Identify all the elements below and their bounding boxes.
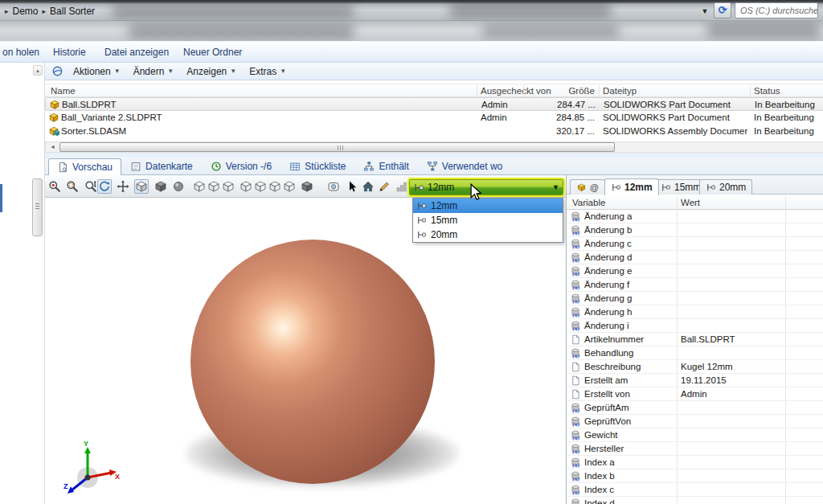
tab-stueckliste[interactable]: Stückliste bbox=[280, 158, 354, 174]
tab-config-20mm[interactable]: 20mm bbox=[699, 179, 752, 195]
configuration-dropdown[interactable]: 12mm ▼ bbox=[409, 179, 563, 195]
view-right-icon[interactable] bbox=[239, 179, 253, 194]
variable-row[interactable]: Beschreibung Kugel 12mm bbox=[567, 360, 823, 374]
pdm-explorer-window: ▸ Demo ▸ Ball Sorter ▼ ⟳ OS (C:) durchsu… bbox=[0, 0, 823, 504]
command-neuer-ordner[interactable]: Neuer Ordner bbox=[183, 47, 242, 58]
view-left-icon[interactable] bbox=[221, 179, 235, 194]
variable-row[interactable]: Index b bbox=[567, 469, 823, 483]
zoom-area-icon[interactable] bbox=[65, 179, 80, 194]
column-header-name[interactable]: Name bbox=[51, 86, 76, 96]
variable-row[interactable]: Hersteller bbox=[567, 442, 823, 456]
column-divider[interactable] bbox=[599, 85, 600, 96]
dimension-config-icon bbox=[611, 182, 621, 192]
variable-row[interactable]: GeprüftVon bbox=[567, 415, 823, 428]
variable-row[interactable]: Index c bbox=[567, 483, 823, 497]
variable-row[interactable]: Index a bbox=[567, 456, 823, 469]
menu-extras[interactable]: Extras▼ bbox=[246, 66, 293, 77]
view-back-icon[interactable] bbox=[207, 179, 221, 194]
tab-vorschau[interactable]: Vorschau bbox=[48, 158, 121, 175]
scroll-left-arrow-icon[interactable]: ◄ bbox=[47, 143, 59, 151]
command-datei-anzeigen[interactable]: Datei anzeigen bbox=[104, 47, 169, 58]
breadcrumb[interactable]: ▸ Demo ▸ Ball Sorter bbox=[5, 5, 95, 18]
home-view-icon[interactable] bbox=[361, 179, 375, 194]
ball-3d-model[interactable] bbox=[190, 240, 435, 484]
tab-version[interactable]: Version -/6 bbox=[202, 158, 280, 174]
file-list-hscrollbar[interactable]: ◄ bbox=[45, 141, 823, 153]
pdm-menu-bar: Aktionen▼ Ändern▼ Anzeigen▼ Extras▼ bbox=[45, 63, 823, 80]
variable-row[interactable]: Änderung i bbox=[567, 319, 823, 333]
view-top-icon[interactable] bbox=[253, 179, 268, 194]
menu-aktionen[interactable]: Aktionen▼ bbox=[70, 66, 127, 77]
search-input[interactable]: OS (C:) durchsuchen bbox=[735, 2, 818, 18]
variable-name: Index d bbox=[584, 498, 615, 504]
shaded-with-edges-icon[interactable] bbox=[134, 179, 149, 194]
tab-datenkarte[interactable]: Datenkarte bbox=[121, 158, 202, 174]
compare-icon[interactable] bbox=[395, 179, 409, 194]
view-bottom-icon[interactable] bbox=[268, 179, 282, 194]
rotate-view-icon[interactable] bbox=[97, 179, 112, 194]
variable-row[interactable]: Änderung a bbox=[567, 210, 823, 223]
variable-icon bbox=[570, 416, 581, 427]
tree-scroll-up-button[interactable]: ▲ bbox=[33, 65, 43, 76]
shaded-icon[interactable] bbox=[154, 179, 168, 194]
column-divider[interactable] bbox=[477, 85, 477, 96]
hscrollbar-thumb[interactable] bbox=[59, 142, 615, 152]
zoom-fit-icon[interactable] bbox=[47, 179, 62, 194]
variable-row[interactable]: Gewicht bbox=[567, 428, 823, 442]
variable-row[interactable]: Behandlung bbox=[567, 346, 823, 360]
pan-icon[interactable] bbox=[116, 179, 130, 194]
tab-config-12mm[interactable]: 12mm bbox=[604, 178, 659, 195]
breadcrumb-item-ball-sorter[interactable]: Ball Sorter bbox=[50, 6, 95, 17]
column-header-wert[interactable]: Wert bbox=[681, 198, 700, 207]
dropdown-option[interactable]: 12mm bbox=[413, 199, 563, 213]
variable-row[interactable]: Änderung g bbox=[567, 292, 823, 305]
pane-splitter-handle[interactable] bbox=[32, 178, 43, 236]
variable-row[interactable]: GeprüftAm bbox=[567, 401, 823, 415]
column-header-dateityp[interactable]: Dateityp bbox=[603, 86, 637, 96]
variable-row[interactable]: Änderung d bbox=[567, 251, 823, 264]
section-view-icon[interactable] bbox=[326, 179, 341, 194]
file-type: SOLIDWORKS Part Document bbox=[604, 100, 748, 109]
menu-anzeigen[interactable]: Anzeigen▼ bbox=[183, 66, 243, 77]
command-version-holen[interactable]: on holen bbox=[2, 47, 39, 58]
column-header-status[interactable]: Status bbox=[754, 86, 780, 96]
variable-row[interactable]: Änderung h bbox=[567, 305, 823, 319]
variable-value: 19.11.2015 bbox=[681, 375, 727, 385]
menu-aendern[interactable]: Ändern▼ bbox=[130, 66, 181, 77]
tab-datacard-icons[interactable]: @ bbox=[570, 179, 605, 195]
zoom-inout-icon[interactable] bbox=[84, 179, 98, 194]
view-isometric-icon[interactable] bbox=[300, 179, 314, 194]
select-cursor-icon[interactable] bbox=[345, 179, 359, 194]
variable-icon bbox=[570, 498, 581, 504]
column-divider[interactable] bbox=[523, 85, 524, 96]
view-front-icon[interactable] bbox=[192, 179, 207, 194]
variable-row[interactable]: Änderung f bbox=[567, 278, 823, 292]
bom-table-icon bbox=[289, 161, 301, 172]
column-header-variable[interactable]: Variable bbox=[572, 198, 605, 207]
variable-row[interactable]: Index d bbox=[567, 497, 823, 504]
file-row[interactable]: Ball_Variante 2.SLDPRT Admin 284.85 ... … bbox=[45, 111, 823, 125]
edit-pencil-icon[interactable] bbox=[377, 179, 391, 194]
actions-icon bbox=[51, 65, 63, 77]
breadcrumb-item-demo[interactable]: Demo bbox=[13, 6, 39, 17]
tab-enthaelt[interactable]: Enthält bbox=[354, 158, 417, 174]
column-header-groesse[interactable]: Größe bbox=[527, 86, 595, 96]
dropdown-option[interactable]: 15mm bbox=[413, 213, 563, 227]
file-row[interactable]: Sorter.SLDASM 320.17 ... SOLIDWORKS Asse… bbox=[45, 125, 823, 138]
realview-sphere-icon[interactable] bbox=[171, 179, 186, 194]
tab-verwendet-wo[interactable]: Verwendet wo bbox=[418, 158, 511, 174]
refresh-button[interactable]: ⟳ bbox=[714, 2, 731, 18]
variable-row[interactable]: Änderung e bbox=[567, 264, 823, 278]
view-dimetric-icon[interactable] bbox=[282, 179, 297, 194]
dropdown-option[interactable]: 20mm bbox=[413, 227, 563, 242]
variable-row[interactable]: Artikelnummer Ball.SLDPRT bbox=[567, 333, 823, 346]
file-row[interactable]: Ball.SLDPRT Admin 284.47 ... SOLIDWORKS … bbox=[45, 97, 823, 111]
variable-row[interactable]: Erstellt von Admin bbox=[567, 387, 823, 401]
dimension-config-icon bbox=[416, 215, 427, 225]
variable-row[interactable]: Änderung c bbox=[567, 237, 823, 251]
address-dropdown-caret[interactable]: ▼ bbox=[698, 6, 712, 17]
command-historie[interactable]: Historie bbox=[53, 47, 86, 58]
variable-row[interactable]: Änderung b bbox=[567, 223, 823, 237]
column-divider[interactable] bbox=[750, 85, 751, 96]
variable-row[interactable]: Erstellt am 19.11.2015 bbox=[567, 374, 823, 387]
